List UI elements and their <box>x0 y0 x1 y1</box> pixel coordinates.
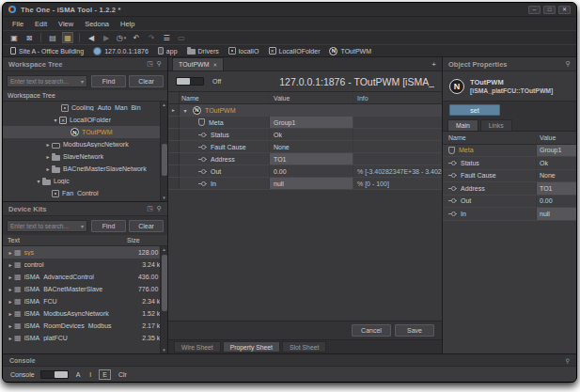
tree-item-fan-control[interactable]: Fan_Control <box>3 187 167 199</box>
property-row-address[interactable]: Address TO1 <box>168 153 442 165</box>
property-row-in[interactable]: In null % [0 - 100] <box>168 178 442 190</box>
property-row-meta[interactable]: Meta Group1 <box>168 117 442 129</box>
tab-slot-sheet[interactable]: Slot Sheet <box>282 341 326 353</box>
breadcrumb-toutpwm[interactable]: NTOutPWM <box>329 47 371 55</box>
expander-closed-icon[interactable]: ▸ <box>44 141 52 148</box>
tree-item-localiofolder[interactable]: ▾ LocalIOFolder <box>3 114 167 126</box>
forward-icon[interactable]: ▶ <box>101 32 112 43</box>
expander-closed-icon[interactable]: ▸ <box>7 274 14 280</box>
back-icon[interactable]: ◀ <box>86 32 97 43</box>
tab-close-icon[interactable]: ✕ <box>213 62 218 68</box>
value-cell[interactable]: TO1 <box>537 182 576 195</box>
menu-view[interactable]: View <box>58 20 73 28</box>
search-dropdown-icon[interactable]: ▾ <box>78 223 86 229</box>
tree-item-logic[interactable]: ▾ Logic <box>3 175 167 187</box>
live-toggle[interactable] <box>176 77 204 86</box>
breadcrumb-site[interactable]: Site A - Office Building <box>10 47 84 55</box>
value-cell[interactable]: null <box>537 208 576 220</box>
pin-icon[interactable]: ⚲ <box>157 60 162 68</box>
breadcrumb-device[interactable]: 127.0.0.1:1876 <box>93 47 149 55</box>
property-row-status[interactable]: Status Ok <box>168 129 442 141</box>
op-row-fault-cause[interactable]: Fault Cause None <box>443 170 576 183</box>
workspace-tree-scrollbar[interactable]: ▴ ▾ <box>160 102 167 201</box>
breadcrumb-localiofolder[interactable]: LocalIOFolder <box>269 47 321 55</box>
kit-row-modbusasyncnetwork[interactable]: ▸ ▦ iSMA_ModbusAsyncNetwork 1.52 kB <box>3 307 167 320</box>
menu-edit[interactable]: Edit <box>35 20 47 28</box>
add-tab-icon[interactable]: + <box>431 60 436 69</box>
search-dropdown-icon[interactable]: ▾ <box>78 78 86 85</box>
expander-closed-icon[interactable]: ▸ <box>44 153 52 160</box>
tab-property-sheet[interactable]: Property Sheet <box>223 341 280 353</box>
console-error-button[interactable]: E <box>99 369 111 380</box>
expander-closed-icon[interactable]: ▸ <box>44 165 52 172</box>
expander-closed-icon[interactable]: ▸ <box>7 298 14 305</box>
value-cell[interactable]: Group1 <box>270 117 353 128</box>
history-icon[interactable]: ◷▾ <box>116 32 127 43</box>
console-clear-button[interactable]: Clr <box>117 371 129 378</box>
cancel-button[interactable]: Cancel <box>352 324 391 337</box>
breadcrumb-app[interactable]: app <box>158 47 178 55</box>
device-kits-scrollbar[interactable]: ▴ ▾ <box>160 246 167 353</box>
op-row-status[interactable]: Status Ok <box>443 157 576 170</box>
workspace-find-button[interactable]: Find <box>91 75 126 87</box>
kit-row-bacnetmasterslave[interactable]: ▸ ▦ iSMA_BACnetMasterSlave 776.00 B <box>3 283 167 295</box>
tree-item-slavenetwork[interactable]: ▸ SlaveNetwork <box>3 150 167 163</box>
edit-workspace-icon[interactable]: ▤ <box>47 32 58 43</box>
value-cell[interactable]: null <box>270 178 353 189</box>
op-row-out[interactable]: Out 0.00 <box>443 196 576 209</box>
expander-open-icon[interactable]: ▾ <box>35 178 42 184</box>
breadcrumb-localio[interactable]: localIO <box>228 47 259 55</box>
console-all-button[interactable]: A <box>74 371 83 378</box>
kit-row-platfcu[interactable]: ▸ ▦ iSMA_platFCU 2.35 kB <box>3 332 167 344</box>
expander-open-icon[interactable]: ▾ <box>181 107 189 114</box>
popout-icon[interactable]: ◳ <box>147 205 153 212</box>
pin-icon[interactable]: ⚲ <box>157 205 162 212</box>
property-row-out[interactable]: Out 0.00 % [-3.40282347E+38 - 3.40282... <box>168 165 442 178</box>
tree-item-modbusasyncnetwork[interactable]: ▸ ModbusAsyncNetwork <box>3 138 167 150</box>
workspace-clear-button[interactable]: Clear <box>129 75 164 87</box>
kit-manager-icon[interactable]: ▦ <box>62 32 73 43</box>
scrollbar-thumb[interactable] <box>162 255 167 311</box>
scrollbar-thumb[interactable] <box>162 144 167 176</box>
upload-icon[interactable]: ▭ <box>176 32 187 43</box>
menu-help[interactable]: Help <box>120 20 134 28</box>
tree-item-toutpwm[interactable]: NTOutPWM <box>3 126 167 138</box>
tab-links[interactable]: Links <box>480 119 512 131</box>
op-row-address[interactable]: Address TO1 <box>443 182 576 196</box>
tree-item-cooling-auto-man-bin[interactable]: Cooling_Auto_Man_Bin <box>3 102 167 114</box>
expander-closed-icon[interactable]: ▸ <box>7 261 14 268</box>
property-root-row[interactable]: ▸ ▾ N TOutPWM <box>168 104 442 117</box>
scroll-down-icon[interactable]: ▾ <box>163 347 165 353</box>
kit-row-fcu[interactable]: ▸ ▦ iSMA_FCU 2.34 kB <box>3 295 167 307</box>
tree-item-bacnetmasterslavenetwork[interactable]: ▸ BACnetMasterSlaveNetwork <box>3 163 167 175</box>
value-cell[interactable]: Group1 <box>537 145 576 157</box>
menu-file[interactable]: File <box>12 20 24 28</box>
kit-row-control[interactable]: ▸ ▦ control 3.24 kB <box>3 259 167 271</box>
breadcrumb-drivers[interactable]: Drivers <box>187 47 219 55</box>
kit-row-roomdevices-modbus[interactable]: ▸ ▦ iSMA_RoomDevices_Modbus 2.17 kB <box>3 320 167 332</box>
device-kits-find-button[interactable]: Find <box>91 220 126 232</box>
expander-closed-icon[interactable]: ▸ <box>7 310 14 317</box>
op-row-meta[interactable]: Meta Group1 <box>443 145 576 158</box>
expander-closed-icon[interactable]: ▸ <box>7 322 14 329</box>
pin-icon[interactable]: ⚲ <box>566 357 570 364</box>
value-cell[interactable]: TO1 <box>270 153 353 165</box>
op-row-in[interactable]: In null <box>443 208 576 221</box>
open-site-icon[interactable]: ▣ <box>8 32 20 43</box>
device-kits-clear-button[interactable]: Clear <box>129 220 164 232</box>
workspace-search-input[interactable] <box>7 75 87 87</box>
maximize-button[interactable]: □ <box>543 6 556 14</box>
list-view-icon[interactable]: ☰ <box>161 32 172 43</box>
expander-closed-icon[interactable]: ▸ <box>7 286 14 292</box>
expander-closed-icon[interactable]: ▸ <box>7 335 14 341</box>
scroll-up-icon[interactable]: ▴ <box>163 102 165 108</box>
pin-icon[interactable]: ⚲ <box>566 60 571 68</box>
close-button[interactable]: ✕ <box>558 6 571 14</box>
popout-icon[interactable]: ◳ <box>147 60 153 68</box>
kit-row-sys[interactable]: ▸ ▦ sys 128.00 B <box>3 246 167 259</box>
menu-sedona[interactable]: Sedona <box>85 20 109 28</box>
scroll-up-icon[interactable]: ▴ <box>163 246 165 253</box>
redo-icon[interactable]: ↷ <box>146 32 157 43</box>
tab-main[interactable]: Main <box>447 119 478 131</box>
console-toggle[interactable] <box>40 370 69 379</box>
